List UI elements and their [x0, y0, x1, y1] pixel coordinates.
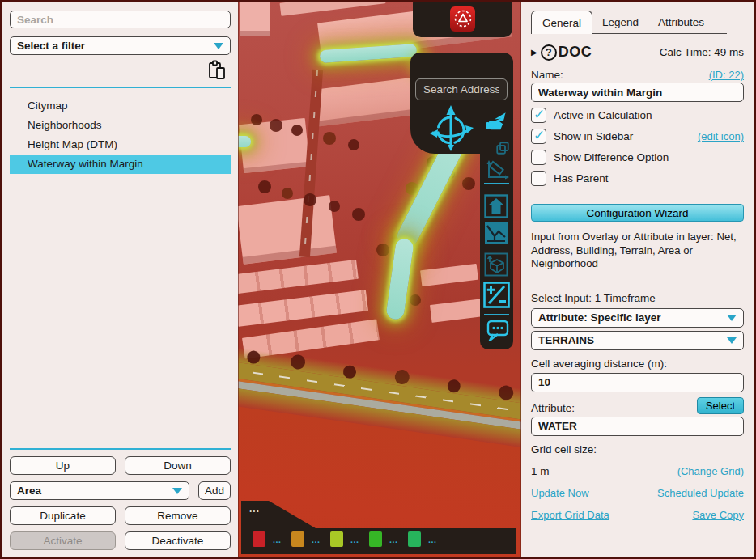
- map-toolbar: [480, 136, 513, 349]
- notification-bar: [413, 0, 512, 37]
- legend-entry: ...: [291, 531, 330, 547]
- checkbox-row-sidebar: Show in Sidebar (edit icon): [531, 129, 744, 144]
- checkbox-row-active: Active in Calculation: [531, 108, 744, 123]
- active-in-calculation-checkbox[interactable]: [531, 108, 546, 123]
- terrain-graph-icon[interactable]: [484, 221, 508, 245]
- help-icon[interactable]: ?: [541, 44, 557, 61]
- has-parent-checkbox[interactable]: [531, 171, 546, 186]
- legend-color-swatch: [330, 531, 343, 547]
- layer-type-dropdown[interactable]: Area: [10, 481, 189, 500]
- expand-arrow-icon[interactable]: ▶: [531, 48, 537, 57]
- panel-divider: [10, 87, 231, 88]
- checkbox-row-parent: Has Parent: [531, 171, 744, 186]
- layer-list: Citymap Neighborhoods Height Map (DTM) W…: [10, 96, 231, 174]
- toolbar-divider: [484, 183, 509, 184]
- layer-search-input[interactable]: [10, 11, 231, 28]
- chevron-down-icon: [727, 315, 737, 321]
- paste-icon[interactable]: [208, 60, 226, 80]
- home-view-icon[interactable]: [484, 194, 508, 218]
- attribute-input[interactable]: [531, 417, 744, 436]
- select-input-label: Select Input: 1 Timeframe: [531, 292, 744, 304]
- cell-averaging-label: Cell averaging distance (m):: [531, 358, 744, 370]
- legend-entry-label: ...: [273, 535, 282, 544]
- export-grid-data-link[interactable]: Export Grid Data: [531, 509, 609, 521]
- compass-icon[interactable]: [427, 104, 477, 153]
- layer-row-neighborhoods[interactable]: Neighborhoods: [10, 116, 231, 135]
- legend-tab[interactable]: ...: [249, 503, 260, 515]
- checkbox-label: Show Difference Option: [554, 151, 669, 163]
- cell-averaging-input[interactable]: [531, 373, 744, 392]
- input-type-dropdown[interactable]: Attribute: Specific layer: [531, 308, 744, 328]
- layer-source-value: TERRAINS: [538, 334, 727, 346]
- toolbar-divider: [484, 314, 509, 315]
- chat-icon[interactable]: [486, 320, 509, 341]
- legend-entry-label: ...: [312, 535, 321, 544]
- layer-row-height-map[interactable]: Height Map (DTM): [10, 135, 231, 155]
- plus-minus-icon[interactable]: [483, 282, 510, 308]
- tab-legend[interactable]: Legend: [592, 11, 648, 33]
- add-button[interactable]: Add: [198, 481, 231, 500]
- id-link[interactable]: (ID: 22): [709, 69, 744, 81]
- calc-time: Calc Time: 49 ms: [660, 46, 744, 58]
- change-grid-link[interactable]: (Change Grid): [677, 465, 744, 477]
- filter-dropdown-value: Select a filter: [17, 40, 214, 52]
- layer-source-dropdown[interactable]: TERRAINS: [531, 331, 744, 350]
- measure-icon[interactable]: [486, 160, 509, 180]
- doc-title[interactable]: DOC: [559, 44, 592, 61]
- map-building: [239, 118, 310, 173]
- properties-panel: General Legend Attributes ▶ ? DOC Calc T…: [521, 2, 754, 557]
- checkbox-row-difference: Show Difference Option: [531, 150, 744, 165]
- down-button[interactable]: Down: [125, 456, 231, 475]
- grid-cell-size-value: 1 m: [531, 465, 550, 477]
- map-3d-viewport[interactable]: ... ... ... ... ... ...: [238, 0, 521, 559]
- legend-entry: ...: [408, 531, 447, 547]
- name-label: Name:: [531, 69, 563, 81]
- grid-cell-size-label: Grid cell size:: [531, 443, 744, 455]
- show-in-sidebar-checkbox[interactable]: [531, 129, 546, 144]
- tab-attributes[interactable]: Attributes: [648, 11, 714, 33]
- layer-row-citymap[interactable]: Citymap: [10, 96, 231, 116]
- show-difference-checkbox[interactable]: [531, 150, 546, 165]
- name-input[interactable]: [531, 83, 744, 102]
- map-building: [280, 0, 386, 16]
- chevron-down-icon: [727, 337, 737, 344]
- legend-entry: ...: [253, 531, 291, 547]
- legend-entry-label: ...: [389, 535, 398, 544]
- layer-type-value: Area: [17, 485, 172, 497]
- tab-general[interactable]: General: [531, 11, 592, 34]
- map-trees: [238, 0, 243, 5]
- select-attribute-button[interactable]: Select: [697, 397, 744, 414]
- deactivate-button[interactable]: Deactivate: [125, 531, 231, 550]
- update-now-link[interactable]: Update Now: [531, 487, 589, 499]
- remove-button[interactable]: Remove: [125, 506, 231, 525]
- legend-entry-label: ...: [428, 535, 437, 544]
- legend-color-swatch: [369, 531, 382, 547]
- input-type-value: Attribute: Specific layer: [538, 311, 727, 324]
- search-address-input[interactable]: [415, 78, 508, 100]
- 3d-view-icon[interactable]: [484, 252, 508, 277]
- layer-row-waterway[interactable]: Waterway within Margin: [10, 155, 231, 174]
- map-house-row: [238, 290, 368, 327]
- attribute-label: Attribute:: [531, 402, 575, 414]
- scheduled-update-link[interactable]: Scheduled Update: [657, 487, 744, 499]
- activate-button[interactable]: Activate: [10, 531, 116, 550]
- edit-icon-link[interactable]: (edit icon): [698, 130, 744, 142]
- up-button[interactable]: Up: [10, 456, 116, 475]
- tab-bar: General Legend Attributes: [531, 11, 744, 34]
- map-building: [420, 264, 478, 286]
- configuration-wizard-button[interactable]: Configuration Wizard: [531, 204, 744, 222]
- warning-icon[interactable]: [450, 6, 475, 32]
- legend-entry: ...: [369, 531, 408, 547]
- layers-panel: Select a filter Citymap Neighborhoods He…: [2, 2, 238, 557]
- save-copy-link[interactable]: Save Copy: [692, 509, 744, 521]
- copy-icon[interactable]: [495, 141, 510, 155]
- legend-color-swatch: [408, 531, 421, 547]
- legend-entries: ... ... ... ... ...: [253, 531, 447, 547]
- duplicate-button[interactable]: Duplicate: [10, 506, 116, 525]
- map-building: [238, 195, 337, 265]
- panel-divider: [10, 448, 231, 450]
- map-canal-main-lower: [385, 238, 414, 320]
- hand-tool-icon[interactable]: [485, 111, 508, 133]
- filter-dropdown[interactable]: Select a filter: [10, 36, 231, 55]
- input-info-text: Input from Overlay or Attribute in layer…: [531, 231, 744, 271]
